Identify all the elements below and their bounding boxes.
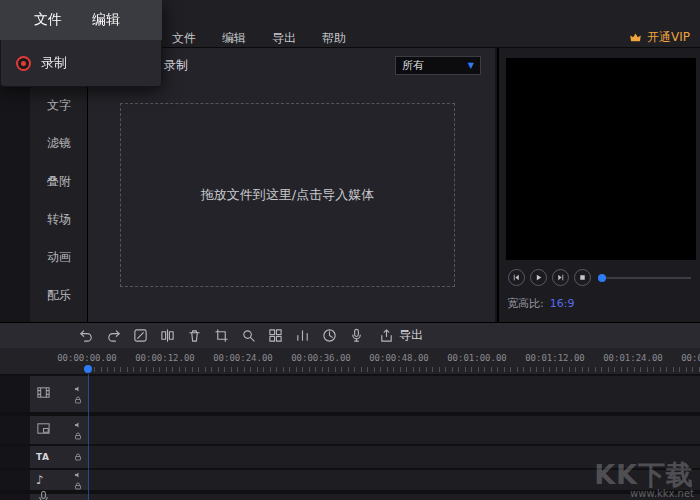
video-track-lane[interactable] [88,376,700,412]
prev-frame-icon [512,273,521,282]
overlay-tab-row: 文件 编辑 [0,0,162,40]
media-panel: 录制 所有 ▼ 拖放文件到这里/点击导入媒体 [88,48,495,322]
file-menu-overlay: 文件 编辑 录制 [0,0,162,87]
pip-video-icon [36,421,51,439]
play-button[interactable] [530,269,547,286]
media-filter-select[interactable]: 所有 ▼ [395,56,481,75]
ruler-label: 00:00:24.00 [204,353,282,363]
app-window: 文件 编辑 导出 帮助 开通VIP 文件 编辑 录制 文字 滤镜 叠附 转场 动… [0,0,700,500]
zoom-icon [241,328,256,343]
playhead-line[interactable] [88,374,89,500]
text-track-lane[interactable] [88,446,700,468]
menubar-item-help[interactable]: 帮助 [322,30,346,47]
menubar-item-export[interactable]: 导出 [272,30,296,47]
redo-button[interactable] [105,328,121,344]
overlay-tab-edit[interactable]: 编辑 [92,11,120,29]
record-target-icon [16,56,31,71]
left-sidebar: 文字 滤镜 叠附 转场 动画 配乐 [0,48,88,322]
slider-thumb[interactable] [598,274,606,282]
prev-frame-button[interactable] [508,269,525,286]
menubar-item-file[interactable]: 文件 [172,30,196,47]
text-track-header[interactable]: TA [30,446,88,468]
track-mini-controls [74,421,82,440]
sidebar-rail [0,48,30,322]
voiceover-button[interactable] [348,328,364,344]
track-rail [0,494,30,500]
menu-item-record[interactable]: 录制 [41,54,67,72]
music-track-lane[interactable] [88,470,700,490]
preview-panel: 宽高比:16:9 [497,48,700,322]
stop-icon [578,273,587,282]
mosaic-button[interactable] [267,328,283,344]
redo-icon [106,328,121,343]
dropzone-text: 拖放文件到这里/点击导入媒体 [201,186,374,204]
ruler-label: 00:01:24.00 [594,353,672,363]
sidebar-item-text[interactable]: 文字 [30,86,88,124]
speaker-icon[interactable] [74,471,82,479]
lock-icon[interactable] [74,432,82,440]
split-icon [160,328,175,343]
speaker-icon[interactable] [74,385,82,393]
volume-button[interactable] [294,328,310,344]
timeline-ruler[interactable]: 00:00:00.00 00:00:12.00 00:00:24.00 00:0… [0,348,700,374]
edit-button[interactable] [132,328,148,344]
mosaic-icon [268,328,283,343]
music-track-header[interactable]: ♪ [30,470,88,490]
playhead-handle[interactable] [84,365,92,373]
vip-button[interactable]: 开通VIP [629,29,690,46]
next-frame-icon [556,273,565,282]
zoom-button[interactable] [240,328,256,344]
lock-icon[interactable] [74,482,82,490]
pip-track-lane[interactable] [88,416,700,444]
voiceover-track-lane[interactable] [88,494,700,500]
film-icon [36,385,51,403]
sidebar-item-music[interactable]: 配乐 [30,276,88,314]
aspect-ratio-value[interactable]: 16:9 [550,297,575,310]
ruler-label: 00:01:12.00 [516,353,594,363]
music-track-row: ♪ [0,470,700,490]
media-filter-value: 所有 [402,58,424,73]
track-rail [0,470,30,490]
export-button[interactable]: 导出 [379,327,423,344]
voiceover-track-row [0,494,700,500]
pip-track-row [0,416,700,444]
pip-track-header[interactable] [30,416,88,444]
delete-button[interactable] [186,328,202,344]
video-track-header[interactable] [30,376,88,412]
mic-track-icon [36,490,51,500]
split-button[interactable] [159,328,175,344]
lock-icon[interactable] [74,396,82,404]
menubar: 文件 编辑 导出 帮助 [172,30,346,47]
track-mini-controls [74,471,82,490]
overlay-tab-file[interactable]: 文件 [34,11,62,29]
ruler-label: 00:01:00.00 [438,353,516,363]
ruler-labels: 00:00:00.00 00:00:12.00 00:00:24.00 00:0… [48,353,700,363]
video-track-row [0,376,700,412]
vip-crown-icon [629,31,642,44]
track-rail [0,416,30,444]
sidebar-item-transition[interactable]: 转场 [30,200,88,238]
sidebar-item-animation[interactable]: 动画 [30,238,88,276]
mic-icon [349,328,364,343]
sidebar-items: 文字 滤镜 叠附 转场 动画 配乐 [30,86,88,314]
stop-button[interactable] [574,269,591,286]
ruler-label: 00:00:00.00 [48,353,126,363]
sidebar-item-overlay[interactable]: 叠附 [30,162,88,200]
aspect-ratio: 宽高比:16:9 [507,296,574,311]
undo-button[interactable] [78,328,94,344]
record-label: 录制 [164,57,188,74]
track-mini-controls [74,385,82,404]
lock-icon[interactable] [74,453,82,461]
trash-icon [187,328,202,343]
preview-progress-slider[interactable] [599,277,691,279]
crop-button[interactable] [213,328,229,344]
next-frame-button[interactable] [552,269,569,286]
export-icon [379,328,394,343]
track-rail [0,376,30,412]
speaker-icon[interactable] [74,421,82,429]
media-dropzone[interactable]: 拖放文件到这里/点击导入媒体 [120,103,455,287]
sidebar-item-filter[interactable]: 滤镜 [30,124,88,162]
voiceover-track-header[interactable] [30,494,88,500]
duration-button[interactable] [321,328,337,344]
menubar-item-edit[interactable]: 编辑 [222,30,246,47]
